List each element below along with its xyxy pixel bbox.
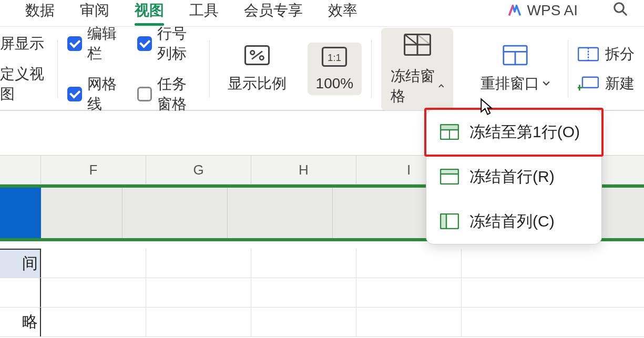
table-row[interactable]: 略	[0, 308, 644, 337]
chevron-up-icon	[438, 84, 444, 89]
table-row[interactable]: 间	[0, 249, 644, 278]
svg-rect-29	[441, 214, 446, 229]
svg-text:1:1: 1:1	[328, 52, 341, 63]
checkbox-rowcolnum[interactable]: 行号列标	[137, 24, 200, 64]
checkbox-icon	[67, 87, 82, 101]
new-window-icon	[578, 76, 599, 91]
percent-icon	[241, 44, 273, 66]
checkbox-editbar[interactable]: 编辑栏	[67, 24, 118, 64]
checkbox-editbar-label: 编辑栏	[87, 24, 118, 64]
wps-ai-button[interactable]: WPS AI	[507, 2, 578, 19]
col-header-F[interactable]: F	[41, 156, 146, 184]
freeze-panes-button[interactable]: 冻结窗格	[381, 28, 453, 110]
dd-item-label: 冻结至第1行(O)	[469, 121, 580, 143]
freeze-to-row1-item[interactable]: 冻结至第1行(O)	[424, 108, 604, 157]
freeze-panes-label: 冻结窗格	[391, 66, 435, 106]
rearrange-windows-button[interactable]: 重排窗口	[472, 41, 558, 97]
table-row[interactable]	[0, 278, 644, 308]
menu-data[interactable]: 数据	[25, 1, 55, 21]
checkbox-icon	[137, 87, 152, 101]
cell-label	[0, 278, 41, 307]
search-button[interactable]	[612, 1, 628, 21]
cell-label: 间	[0, 249, 41, 278]
checkbox-gridlines[interactable]: 网格线	[67, 74, 118, 114]
cell-label: 略	[0, 308, 41, 336]
checkbox-icon	[67, 36, 82, 51]
wps-ai-logo-icon	[507, 3, 522, 18]
svg-rect-22	[441, 125, 458, 130]
checkbox-taskpane[interactable]: 任务窗格	[137, 74, 200, 114]
wps-ai-label: WPS AI	[527, 2, 578, 19]
svg-line-12	[417, 34, 430, 45]
dd-item-label: 冻结首行(R)	[469, 166, 555, 188]
search-icon	[612, 1, 628, 17]
freeze-first-row-icon	[440, 169, 459, 186]
svg-line-1	[622, 11, 627, 15]
checkbox-gridlines-label: 网格线	[87, 74, 118, 114]
freeze-first-row-item[interactable]: 冻结首行(R)	[426, 155, 601, 199]
svg-line-11	[404, 34, 417, 45]
fullscreen-partial-label[interactable]: 屏显示	[0, 34, 44, 54]
checkbox-icon	[137, 36, 152, 51]
split-icon	[578, 47, 599, 62]
zoom-ratio-button[interactable]: 显示比例	[219, 41, 295, 97]
checkbox-taskpane-label: 任务窗格	[157, 74, 200, 114]
one-to-one-icon: 1:1	[319, 46, 350, 68]
split-window-button[interactable]: 拆分	[578, 44, 635, 64]
menu-tools[interactable]: 工具	[189, 1, 219, 21]
chevron-down-icon	[543, 81, 550, 86]
col-header-G[interactable]: G	[146, 156, 251, 184]
menu-member[interactable]: 会员专享	[244, 1, 303, 21]
checkbox-rowcolnum-label: 行号列标	[157, 24, 200, 64]
freeze-panes-dropdown: 冻结至第1行(O) 冻结首行(R) 冻结首列(C)	[426, 109, 602, 244]
freeze-panes-icon	[403, 33, 432, 60]
zoom-100-button[interactable]: 1:1 100%	[308, 43, 362, 95]
svg-point-3	[250, 50, 254, 55]
new-window-button[interactable]: 新建	[578, 74, 635, 94]
svg-line-5	[252, 52, 262, 59]
freeze-first-col-item[interactable]: 冻结首列(C)	[426, 199, 601, 244]
dd-item-label: 冻结首列(C)	[469, 211, 555, 232]
menu-efficiency[interactable]: 效率	[328, 1, 357, 21]
col-header-H[interactable]: H	[251, 156, 356, 184]
new-window-label: 新建	[605, 74, 635, 94]
menu-view[interactable]: 视图	[135, 1, 164, 21]
rearrange-icon	[499, 44, 531, 66]
freeze-to-row-icon	[440, 124, 459, 141]
menu-bar: 数据 审阅 视图 工具 会员专享 效率 WPS AI	[0, 0, 644, 21]
rearrange-label: 重排窗口	[481, 74, 539, 94]
svg-rect-26	[441, 169, 458, 174]
freeze-first-col-icon	[440, 213, 459, 230]
customview-partial-label[interactable]: 定义视图	[0, 64, 48, 104]
svg-rect-18	[582, 77, 598, 88]
split-label: 拆分	[605, 44, 635, 64]
menu-review[interactable]: 审阅	[80, 1, 109, 21]
zoom-100-label: 100%	[316, 75, 354, 92]
ribbon-view: 屏显示 定义视图 编辑栏 行号列标 网格线 任务窗格	[0, 27, 644, 111]
selected-cell-indicator	[0, 188, 41, 238]
zoom-ratio-label: 显示比例	[228, 74, 287, 94]
svg-point-4	[260, 56, 264, 60]
